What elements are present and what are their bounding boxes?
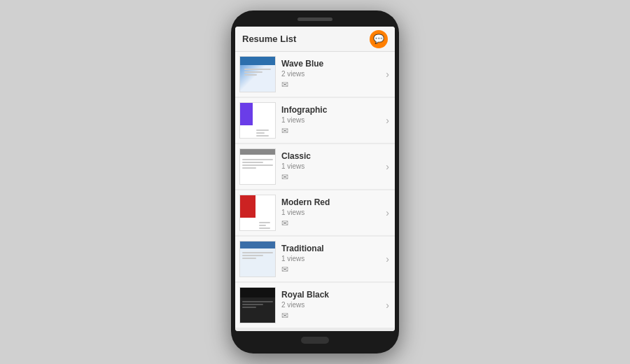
email-icon: ✉ xyxy=(281,218,383,228)
resume-views: 1 views xyxy=(281,209,383,216)
resume-name: Modern Red xyxy=(281,197,383,207)
chevron-icon: › xyxy=(386,300,389,311)
resume-name: Infographic xyxy=(281,105,383,115)
list-item[interactable]: Infographic 1 views ✉ › xyxy=(235,98,395,143)
list-item[interactable]: Wave Blue 2 views ✉ › xyxy=(235,52,395,97)
resume-name: Traditional xyxy=(281,244,383,253)
resume-info-royal-black: Royal Black 2 views ✉ xyxy=(281,290,383,321)
phone-screen: Resume List 💬 Wave Blue 2 views xyxy=(235,27,395,331)
list-item[interactable]: Modern Red 1 views ✉ › xyxy=(235,190,395,235)
resume-name: Wave Blue xyxy=(281,59,383,69)
chat-icon: 💬 xyxy=(373,34,384,44)
chevron-icon: › xyxy=(386,207,389,218)
chevron-icon: › xyxy=(386,253,389,265)
resume-views: 2 views xyxy=(281,70,383,78)
thumb-classic xyxy=(239,148,276,185)
thumb-infographic xyxy=(239,102,276,139)
email-icon: ✉ xyxy=(281,80,383,90)
chevron-icon: › xyxy=(386,161,389,172)
thumb-traditional xyxy=(239,241,276,277)
thumb-modern-red xyxy=(239,195,276,231)
resume-info-wave-blue: Wave Blue 2 views ✉ xyxy=(281,59,383,90)
app-title: Resume List xyxy=(242,34,296,44)
resume-name: Royal Black xyxy=(281,290,383,300)
chevron-icon: › xyxy=(386,69,389,80)
phone-home-button[interactable] xyxy=(301,337,329,344)
resume-info-modern-red: Modern Red 1 views ✉ xyxy=(281,197,383,228)
resume-info-infographic: Infographic 1 views ✉ xyxy=(281,105,383,136)
resume-list: Wave Blue 2 views ✉ › Infographic xyxy=(235,52,395,331)
list-item[interactable]: Traditional 1 views ✉ › xyxy=(235,237,395,281)
list-item[interactable]: Classic 1 views ✉ › xyxy=(235,144,395,189)
resume-name: Classic xyxy=(281,151,383,161)
chevron-icon: › xyxy=(386,115,389,126)
resume-views: 1 views xyxy=(281,162,383,170)
email-icon: ✉ xyxy=(281,265,383,274)
app-header: Resume List 💬 xyxy=(235,27,395,52)
email-icon: ✉ xyxy=(281,172,383,182)
phone-speaker xyxy=(298,18,332,21)
resume-views: 2 views xyxy=(281,301,383,309)
resume-info-classic: Classic 1 views ✉ xyxy=(281,151,383,182)
email-icon: ✉ xyxy=(281,311,383,321)
phone-frame: Resume List 💬 Wave Blue 2 views xyxy=(231,10,399,354)
thumb-wave-blue xyxy=(239,56,276,92)
resume-views: 1 views xyxy=(281,255,383,262)
email-icon: ✉ xyxy=(281,126,383,136)
resume-views: 1 views xyxy=(281,116,383,124)
list-item[interactable]: Royal Black 2 views ✉ › xyxy=(235,283,395,328)
thumb-royal-black xyxy=(239,287,276,323)
resume-info-traditional: Traditional 1 views ✉ xyxy=(281,244,383,274)
chat-button[interactable]: 💬 xyxy=(370,30,388,48)
